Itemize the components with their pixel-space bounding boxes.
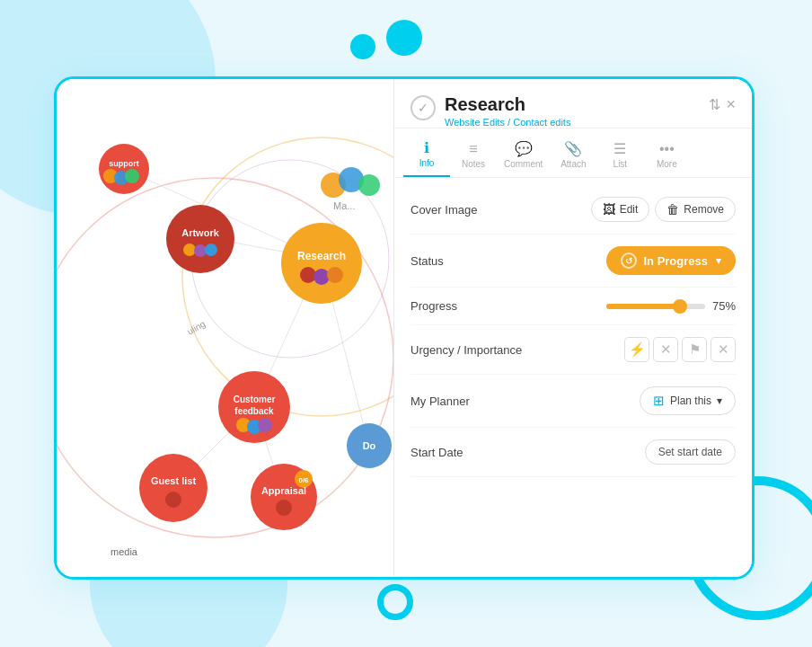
urgency-control: ⚡ ✕ ⚑ ✕: [624, 337, 736, 362]
svg-point-32: [258, 418, 272, 432]
svg-text:Do: Do: [363, 440, 376, 451]
urgency-x1-button[interactable]: ✕: [653, 337, 678, 362]
cover-image-row: Cover Image 🖼 Edit 🗑 Remove: [410, 185, 736, 235]
progress-percent: 75%: [712, 299, 736, 313]
plan-this-button[interactable]: ⊞ Plan this ▾: [640, 386, 736, 415]
bg-dot-3: [377, 584, 413, 620]
planner-row: My Planner ⊞ Plan this ▾: [410, 375, 736, 428]
more-icon: •••: [659, 141, 675, 157]
urgency-label: Urgency / Importance: [410, 343, 522, 357]
start-date-row: Start Date Set start date: [410, 428, 736, 477]
tab-notes[interactable]: ≡ Notes: [450, 136, 497, 176]
content-area: Cover Image 🖼 Edit 🗑 Remove Status: [394, 178, 752, 484]
edit-cover-button[interactable]: 🖼 Edit: [591, 197, 650, 222]
in-progress-icon: ↺: [621, 253, 637, 269]
svg-point-40: [276, 500, 292, 516]
svg-point-17: [194, 244, 207, 257]
tab-attach-label: Attach: [560, 159, 586, 169]
tab-more[interactable]: ••• More: [643, 136, 690, 176]
status-row: Status ↺ In Progress ▾: [410, 235, 736, 288]
trash-icon: 🗑: [666, 202, 679, 217]
progress-track[interactable]: [606, 304, 705, 309]
start-date-label: Start Date: [410, 446, 463, 459]
status-chevron-icon: ▾: [716, 255, 721, 267]
urgency-flag-button[interactable]: ⚑: [682, 337, 707, 362]
status-control: ↺ In Progress ▾: [606, 246, 736, 275]
tab-list[interactable]: ☰ List: [596, 135, 643, 176]
planner-label: My Planner: [410, 394, 470, 408]
plan-chevron-icon: ▾: [717, 394, 722, 407]
svg-point-13: [125, 169, 139, 183]
svg-text:Artwork: Artwork: [181, 227, 219, 238]
svg-point-33: [139, 454, 207, 522]
attach-icon: 📎: [564, 140, 582, 157]
tabs-bar: ℹ Info ≡ Notes 💬 Comment 📎 Attach ☰ List…: [394, 129, 752, 178]
svg-point-16: [183, 244, 196, 256]
tab-comment-label: Comment: [504, 159, 543, 169]
svg-point-21: [358, 174, 380, 196]
tab-list-label: List: [613, 159, 628, 169]
svg-text:feedback: feedback: [234, 406, 274, 416]
info-icon: ℹ: [424, 139, 429, 156]
svg-text:Research: Research: [297, 250, 346, 262]
image-icon: 🖼: [603, 202, 615, 217]
bg-dot-1: [350, 34, 375, 59]
tab-comment[interactable]: 💬 Comment: [497, 135, 550, 176]
progress-bar-container: 75%: [606, 299, 736, 313]
svg-point-14: [166, 205, 234, 273]
main-card: support Artwork Research: [54, 76, 755, 580]
svg-text:uling: uling: [186, 319, 207, 337]
urgency-lightning-button[interactable]: ⚡: [624, 337, 649, 362]
status-label: Status: [410, 254, 444, 268]
svg-text:0/6: 0/6: [298, 476, 309, 484]
panel-header: ✓ Research Website Edits / Contact edits…: [394, 79, 752, 129]
bg-dot-2: [386, 20, 422, 56]
planner-control: ⊞ Plan this ▾: [640, 386, 736, 415]
complete-checkbox[interactable]: ✓: [410, 95, 436, 120]
tab-more-label: More: [657, 159, 677, 169]
cover-image-label: Cover Image: [410, 203, 477, 217]
start-date-control: Set start date: [645, 439, 736, 465]
plan-this-label: Plan this: [670, 394, 711, 407]
planner-icon: ⊞: [653, 393, 665, 409]
progress-thumb: [673, 299, 687, 314]
svg-point-9: [99, 144, 149, 194]
progress-fill: [606, 304, 681, 309]
tab-info-label: Info: [419, 158, 435, 168]
mindmap-panel: support Artwork Research: [57, 79, 393, 577]
urgency-x2-button[interactable]: ✕: [710, 337, 736, 362]
breadcrumb: Website Edits / Contact edits: [445, 117, 570, 128]
svg-point-18: [205, 244, 217, 256]
svg-text:support: support: [109, 159, 139, 168]
sort-icon[interactable]: ⇅: [709, 96, 720, 113]
mindmap-svg: support Artwork Research: [57, 79, 393, 577]
urgency-icons: ⚡ ✕ ⚑ ✕: [624, 337, 736, 362]
svg-text:Guest list: Guest list: [151, 475, 196, 486]
svg-point-22: [281, 223, 362, 304]
progress-control: 75%: [606, 299, 736, 313]
title-block: Research Website Edits / Contact edits: [445, 93, 570, 128]
tab-info[interactable]: ℹ Info: [403, 134, 450, 177]
urgency-row: Urgency / Importance ⚡ ✕ ⚑ ✕: [410, 325, 736, 375]
set-start-date-button[interactable]: Set start date: [645, 439, 736, 465]
progress-row: Progress 75%: [410, 288, 736, 325]
notes-icon: ≡: [469, 141, 477, 157]
status-button[interactable]: ↺ In Progress ▾: [606, 246, 736, 275]
progress-label: Progress: [410, 299, 457, 313]
list-icon: ☰: [613, 140, 626, 157]
svg-text:Appraisal: Appraisal: [261, 485, 306, 496]
tab-attach[interactable]: 📎 Attach: [550, 135, 596, 176]
set-start-date-label: Set start date: [658, 446, 722, 458]
detail-panel: ✓ Research Website Edits / Contact edits…: [393, 79, 752, 577]
comment-icon: 💬: [515, 140, 533, 157]
header-left: ✓ Research Website Edits / Contact edits: [410, 93, 570, 128]
svg-text:Customer: Customer: [234, 394, 276, 404]
svg-text:Ma...: Ma...: [333, 200, 355, 211]
tab-notes-label: Notes: [462, 159, 485, 169]
svg-point-35: [165, 492, 181, 508]
task-title: Research: [445, 93, 570, 115]
close-icon[interactable]: ×: [726, 95, 736, 114]
remove-cover-button[interactable]: 🗑 Remove: [655, 197, 736, 222]
svg-text:media: media: [110, 546, 138, 557]
svg-point-26: [327, 267, 343, 283]
